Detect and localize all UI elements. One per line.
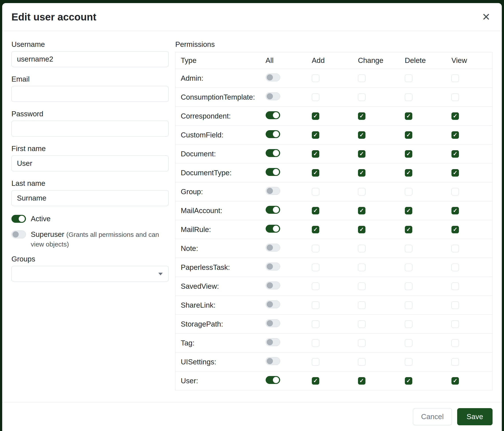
perm-add-checkbox[interactable] <box>312 188 319 196</box>
perm-view-checkbox[interactable] <box>451 283 459 290</box>
perm-view-checkbox[interactable] <box>451 245 459 252</box>
perm-type-label: Correspondent: <box>175 107 260 126</box>
perm-view-checkbox[interactable]: ✓ <box>451 131 459 139</box>
perm-delete-checkbox[interactable]: ✓ <box>405 150 412 158</box>
perm-delete-checkbox[interactable] <box>405 339 412 347</box>
perm-change-checkbox[interactable] <box>358 358 365 366</box>
perm-view-checkbox[interactable] <box>451 301 459 309</box>
perm-view-checkbox[interactable] <box>451 93 459 101</box>
perm-all-toggle[interactable] <box>266 187 280 195</box>
perm-change-checkbox[interactable] <box>358 245 365 252</box>
username-input[interactable] <box>11 51 169 67</box>
perm-change-checkbox[interactable] <box>358 339 365 347</box>
groups-select[interactable] <box>11 266 169 282</box>
perm-view-checkbox[interactable] <box>451 188 459 196</box>
perm-delete-checkbox[interactable]: ✓ <box>405 131 412 139</box>
perm-view-checkbox[interactable]: ✓ <box>451 207 459 214</box>
perm-view-checkbox[interactable]: ✓ <box>451 112 459 120</box>
perm-add-checkbox[interactable]: ✓ <box>312 169 319 177</box>
perm-view-checkbox[interactable] <box>451 264 459 271</box>
perm-add-checkbox[interactable] <box>312 93 319 101</box>
perm-change-checkbox[interactable] <box>358 301 365 309</box>
perm-all-toggle[interactable] <box>266 262 280 270</box>
perm-add-checkbox[interactable] <box>312 320 319 328</box>
perm-all-toggle[interactable] <box>266 319 280 327</box>
perm-all-toggle[interactable] <box>266 225 280 233</box>
perm-delete-checkbox[interactable] <box>405 93 412 101</box>
perm-add-checkbox[interactable]: ✓ <box>312 112 319 120</box>
perm-change-checkbox[interactable]: ✓ <box>358 169 365 177</box>
perm-delete-checkbox[interactable]: ✓ <box>405 112 412 120</box>
perm-change-checkbox[interactable]: ✓ <box>358 131 365 139</box>
perm-view-checkbox[interactable]: ✓ <box>451 377 459 385</box>
perm-delete-checkbox[interactable]: ✓ <box>405 377 412 385</box>
perm-add-checkbox[interactable]: ✓ <box>312 226 319 233</box>
perm-delete-checkbox[interactable] <box>405 245 412 252</box>
perm-view-checkbox[interactable]: ✓ <box>451 150 459 158</box>
perm-add-checkbox[interactable] <box>312 264 319 271</box>
cancel-button[interactable]: Cancel <box>413 408 452 425</box>
superuser-label: Superuser <box>31 230 64 238</box>
perm-add-checkbox[interactable] <box>312 283 319 290</box>
perm-delete-checkbox[interactable] <box>405 301 412 309</box>
perm-add-checkbox[interactable] <box>312 358 319 366</box>
perm-add-checkbox[interactable]: ✓ <box>312 150 319 158</box>
active-toggle[interactable] <box>11 215 26 223</box>
perm-add-checkbox[interactable] <box>312 245 319 252</box>
toggle-knob <box>267 358 273 364</box>
save-button[interactable]: Save <box>457 408 493 425</box>
perm-delete-checkbox[interactable]: ✓ <box>405 207 412 214</box>
perm-change-checkbox[interactable] <box>358 320 365 328</box>
perm-change-checkbox[interactable]: ✓ <box>358 207 365 214</box>
perm-change-checkbox[interactable] <box>358 74 365 82</box>
perm-all-toggle[interactable] <box>266 149 280 157</box>
perm-delete-checkbox[interactable] <box>405 358 412 366</box>
perm-add-checkbox[interactable] <box>312 74 319 82</box>
perm-all-toggle[interactable] <box>266 206 280 214</box>
first-name-field[interactable] <box>11 155 169 171</box>
perm-change-checkbox[interactable]: ✓ <box>358 150 365 158</box>
perm-all-toggle[interactable] <box>266 300 280 308</box>
superuser-toggle[interactable] <box>11 230 26 238</box>
toggle-knob <box>267 301 273 307</box>
perm-add-checkbox[interactable]: ✓ <box>312 131 319 139</box>
perm-delete-checkbox[interactable] <box>405 264 412 271</box>
perm-add-checkbox[interactable] <box>312 301 319 309</box>
perm-change-checkbox[interactable]: ✓ <box>358 226 365 233</box>
perm-all-toggle[interactable] <box>266 376 280 384</box>
perm-add-checkbox[interactable]: ✓ <box>312 207 319 214</box>
perm-change-checkbox[interactable]: ✓ <box>358 377 365 385</box>
perm-view-checkbox[interactable] <box>451 339 459 347</box>
perm-change-checkbox[interactable] <box>358 283 365 290</box>
perm-delete-checkbox[interactable]: ✓ <box>405 226 412 233</box>
perm-delete-checkbox[interactable]: ✓ <box>405 169 412 177</box>
perm-change-checkbox[interactable] <box>358 188 365 196</box>
perm-all-toggle[interactable] <box>266 338 280 346</box>
perm-change-checkbox[interactable] <box>358 93 365 101</box>
perm-change-checkbox[interactable] <box>358 264 365 271</box>
perm-all-toggle[interactable] <box>266 244 280 251</box>
perm-all-toggle[interactable] <box>266 111 280 119</box>
perm-all-toggle[interactable] <box>266 73 280 81</box>
perm-all-toggle[interactable] <box>266 281 280 289</box>
perm-all-toggle[interactable] <box>266 357 280 365</box>
perm-view-checkbox[interactable]: ✓ <box>451 169 459 177</box>
perm-delete-checkbox[interactable] <box>405 283 412 290</box>
perm-all-toggle[interactable] <box>266 168 280 176</box>
perm-delete-checkbox[interactable] <box>405 320 412 328</box>
perm-add-checkbox[interactable] <box>312 339 319 347</box>
perm-view-checkbox[interactable]: ✓ <box>451 226 459 233</box>
perm-view-checkbox[interactable] <box>451 358 459 366</box>
perm-delete-checkbox[interactable] <box>405 188 412 196</box>
perm-change-checkbox[interactable]: ✓ <box>358 112 365 120</box>
perm-all-toggle[interactable] <box>266 130 280 138</box>
perm-all-toggle[interactable] <box>266 92 280 100</box>
last-name-field[interactable] <box>11 190 169 206</box>
perm-delete-checkbox[interactable] <box>405 74 412 82</box>
perm-view-checkbox[interactable] <box>451 320 459 328</box>
perm-view-checkbox[interactable] <box>451 74 459 82</box>
password-field[interactable] <box>11 121 169 136</box>
email-field[interactable] <box>11 86 169 102</box>
close-icon[interactable]: ✕ <box>480 10 493 23</box>
perm-add-checkbox[interactable]: ✓ <box>312 377 319 385</box>
